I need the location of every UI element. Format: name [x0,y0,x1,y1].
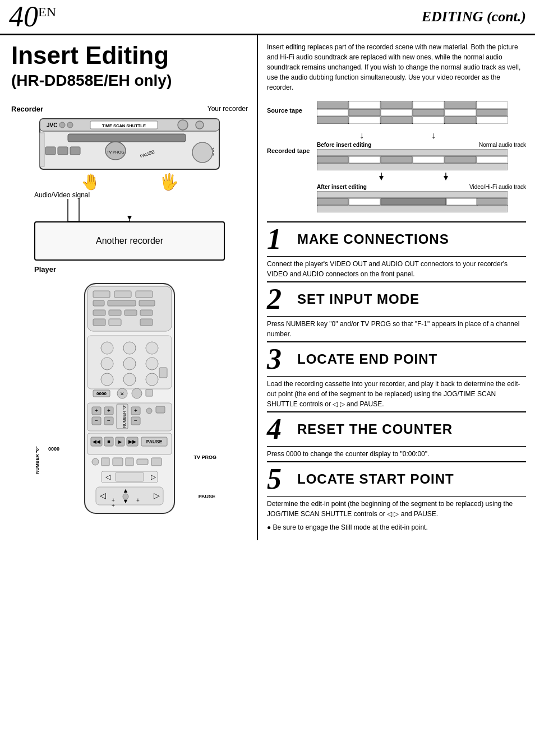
recorded-tape-section: Recorded tape Before insert editing Norm… [267,142,526,215]
source-tape-svg [317,101,508,124]
svg-rect-11 [58,147,68,155]
svg-rect-28 [114,291,131,298]
page-title: Insert Editing [11,42,248,69]
step-2-body: Press NUMBER key "0" and/or TV PROG so t… [267,317,526,341]
recorded-tape-grids: Before insert editing Normal audio track [317,142,526,215]
svg-text:◁: ◁ [100,491,106,500]
before-insert-label: Before insert editing [317,142,371,148]
normal-audio-label: Normal audio track [479,142,526,148]
svg-rect-37 [93,319,105,326]
svg-rect-92 [151,458,162,466]
svg-point-43 [146,342,158,354]
svg-rect-33 [93,310,105,316]
remote-svg: 0000 ✕ + − + [71,281,188,516]
your-recorder-label: Your recorder [207,105,248,113]
svg-point-17 [192,142,213,163]
player-label: Player [34,265,56,273]
svg-marker-137 [379,176,384,180]
svg-rect-143 [349,198,380,205]
svg-point-3 [59,122,65,128]
svg-rect-38 [109,319,121,326]
step-3: 3 LOCATE END POINT Load the recording ca… [267,341,526,411]
svg-text:▷: ▷ [154,491,160,500]
step-5: 5 LOCATE START POINT Determine the edit-… [267,461,526,521]
svg-rect-89 [113,458,123,466]
svg-rect-130 [413,156,444,163]
svg-point-44 [101,358,113,370]
svg-text:TV PROG: TV PROG [107,150,124,154]
svg-rect-56 [146,389,153,396]
page-subtitle: (HR-DD858E/EH only) [11,71,248,90]
step-5-header: 5 LOCATE START POINT [267,462,526,497]
svg-rect-118 [477,109,508,116]
svg-rect-132 [477,156,508,163]
svg-rect-95 [116,472,144,481]
svg-point-87 [92,458,99,465]
step-4-body: Press 0000 to change the counter display… [267,447,526,461]
step-1-header: 1 MAKE CONNECTIONS [267,222,526,257]
svg-rect-142 [317,198,348,205]
svg-text:+: + [95,407,98,414]
before-tape-svg [317,149,508,170]
player-label-wrapper: Player [34,264,225,274]
svg-text:−: − [134,418,137,424]
step-2-title: SET INPUT MODE [297,292,526,307]
svg-rect-9 [68,134,186,142]
recorder-label: Recorder [11,105,43,113]
recorded-tape-label: Recorded tape [267,142,315,154]
step-3-body: Load the recording cassette into your re… [267,377,526,411]
remote-pause-label: PAUSE [199,494,215,499]
left-column: Insert Editing (HR-DD858E/EH only) Recor… [0,35,258,540]
svg-rect-133 [317,164,508,170]
svg-rect-145 [446,198,478,205]
step-3-content: LOCATE END POINT [295,350,526,369]
step-3-number: 3 [267,345,295,374]
svg-text:−: − [95,418,98,424]
svg-point-49 [146,373,158,386]
svg-point-4 [67,122,73,128]
step-4-content: RESET THE COUNTER [295,420,526,439]
svg-rect-30 [93,300,104,306]
svg-text:◀◀: ◀◀ [93,439,100,444]
svg-rect-34 [109,310,121,316]
step-1-number: 1 [267,225,295,254]
svg-rect-50 [159,368,167,378]
svg-point-42 [123,342,136,354]
svg-text:▲: ▲ [123,487,129,494]
svg-rect-127 [317,156,348,163]
svg-point-48 [123,373,136,386]
step-3-title: LOCATE END POINT [297,352,526,367]
svg-rect-36 [140,310,153,316]
step-3-header: 3 LOCATE END POINT [267,342,526,377]
steps-container: 1 MAKE CONNECTIONS Connect the player's … [267,221,526,534]
after-label-row: After insert editing Video/Hi-Fi audio t… [317,184,526,190]
svg-rect-10 [45,147,56,155]
svg-rect-113 [317,109,348,116]
svg-rect-144 [381,198,446,205]
step-5-content: LOCATE START POINT [295,470,526,489]
signal-label: Audio/Video signal [34,191,225,199]
svg-marker-139 [444,176,448,180]
svg-rect-110 [413,101,444,109]
between-arrows-svg [317,173,508,182]
step-4-number: 4 [267,415,295,444]
vcr-svg: JVC TIME SCAN SHUTTLE [34,116,225,175]
remote-tvprog-label: TV PROG [193,454,216,460]
step-4: 4 RESET THE COUNTER Press 0000 to change… [267,411,526,461]
svg-text:PAUSE: PAUSE [146,439,163,444]
video-hifi-label: Video/Hi-Fi audio track [469,184,526,190]
svg-text:TIME SCAN SHUTTLE: TIME SCAN SHUTTLE [102,123,146,128]
svg-rect-146 [477,198,508,205]
step-2-content: SET INPUT MODE [295,290,526,309]
svg-point-7 [178,120,188,130]
svg-rect-117 [445,109,476,116]
svg-rect-31 [108,300,136,306]
svg-text:−: − [107,418,110,424]
svg-rect-128 [349,156,380,163]
svg-rect-120 [349,117,380,124]
svg-point-47 [101,373,113,386]
svg-rect-73 [156,406,165,413]
svg-rect-122 [413,117,444,124]
svg-rect-124 [477,117,508,124]
svg-rect-90 [126,458,133,466]
